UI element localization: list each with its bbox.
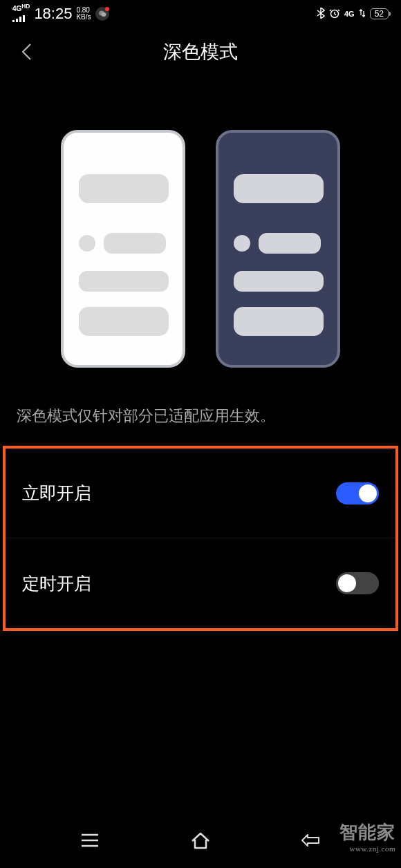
header: 深色模式 (0, 28, 401, 76)
network-speed: 0.80 KB/s (76, 7, 91, 21)
clock: 18:25 (34, 5, 72, 23)
alarm-icon (329, 8, 340, 21)
status-right: 4G 52 (317, 8, 389, 21)
status-left: 4GHD 18:25 0.80 KB/s (12, 3, 109, 23)
recent-apps-button[interactable] (76, 827, 104, 854)
back-nav-button[interactable] (297, 827, 325, 854)
svg-rect-0 (12, 20, 15, 22)
signal-icon: 4GHD (12, 3, 30, 23)
enable-now-row[interactable]: 立即开启 (6, 449, 395, 538)
description-text: 深色模式仅针对部分已适配应用生效。 (0, 392, 401, 446)
svg-rect-2 (19, 17, 21, 22)
watermark-url: www.znj.com (339, 845, 395, 853)
back-button[interactable] (17, 41, 37, 62)
scheduled-row[interactable]: 定时开启 (6, 538, 395, 628)
svg-point-5 (101, 12, 106, 17)
bluetooth-icon (317, 8, 325, 21)
enable-now-toggle[interactable] (336, 482, 379, 504)
scheduled-toggle[interactable] (336, 572, 379, 594)
enable-now-label: 立即开启 (22, 482, 91, 504)
data-arrows-icon (359, 8, 366, 20)
svg-rect-1 (16, 19, 18, 22)
svg-rect-3 (23, 15, 25, 22)
dark-mode-preview[interactable] (216, 130, 340, 368)
wechat-notification-icon (95, 7, 109, 21)
network-4g-icon: 4G (344, 10, 355, 18)
watermark: 智能家 www.znj.com (339, 820, 395, 853)
status-bar: 4GHD 18:25 0.80 KB/s 4G 52 (0, 0, 401, 28)
scheduled-label: 定时开启 (22, 572, 91, 595)
light-mode-preview[interactable] (61, 130, 185, 368)
watermark-main: 智能家 (339, 820, 395, 845)
highlighted-settings: 立即开启 定时开启 (3, 446, 398, 631)
home-button[interactable] (187, 827, 214, 854)
theme-preview (0, 76, 401, 392)
page-title: 深色模式 (0, 39, 401, 64)
battery-indicator: 52 (370, 8, 389, 19)
